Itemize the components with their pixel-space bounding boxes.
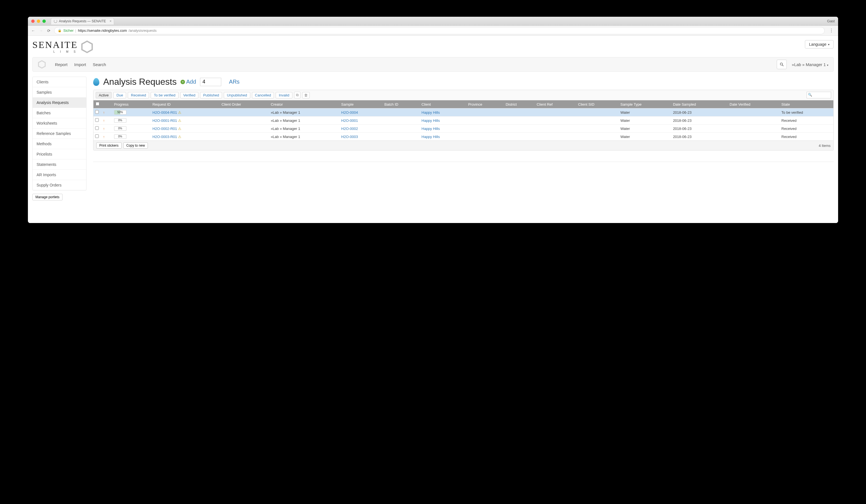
- add-link[interactable]: + Add: [180, 79, 196, 85]
- client-link[interactable]: Happy Hills: [422, 127, 440, 131]
- sidebar-item-ar-imports[interactable]: AR Imports: [33, 170, 86, 180]
- filter-cancelled[interactable]: Cancelled: [252, 92, 274, 99]
- sidebar-item-batches[interactable]: Batches: [33, 108, 86, 118]
- sidebar-item-worksheets[interactable]: Worksheets: [33, 118, 86, 128]
- col-client-order[interactable]: Client Order: [220, 100, 269, 108]
- col-request-id[interactable]: Request ID: [151, 100, 220, 108]
- copy-to-new-button[interactable]: Copy to new: [123, 142, 148, 149]
- nav-import[interactable]: Import: [74, 62, 86, 67]
- cell-district: [504, 108, 535, 116]
- col-district[interactable]: District: [504, 100, 535, 108]
- row-checkbox[interactable]: [95, 110, 99, 114]
- cell-creator: »Lab » Manager 1: [269, 125, 340, 133]
- language-dropdown[interactable]: Language ▾: [805, 40, 834, 48]
- table-search[interactable]: 🔍: [807, 92, 831, 99]
- window-maximize-button[interactable]: [42, 20, 46, 23]
- sidebar-item-pricelists[interactable]: Pricelists: [33, 149, 86, 159]
- col-state[interactable]: State: [780, 100, 833, 108]
- filter-published[interactable]: Published: [200, 92, 222, 99]
- request-id-link[interactable]: H2O-0004-R01: [152, 111, 177, 115]
- col-client-sid[interactable]: Client SID: [576, 100, 619, 108]
- col-date-verified[interactable]: Date Verified: [728, 100, 780, 108]
- request-id-link[interactable]: H2O-0003-R01: [152, 135, 177, 139]
- filter-unpublished[interactable]: Unpublished: [224, 92, 250, 99]
- nav-reload-button[interactable]: ⟳: [46, 28, 51, 33]
- add-count-input[interactable]: [200, 78, 221, 86]
- browser-tab[interactable]: Analysis Requests — SENAITE ×: [51, 18, 114, 24]
- sample-link[interactable]: H2O-0002: [341, 127, 358, 131]
- svg-marker-0: [82, 41, 92, 52]
- table-search-input[interactable]: [813, 92, 830, 98]
- filter-verified[interactable]: Verified: [180, 92, 198, 99]
- sample-link[interactable]: H2O-0003: [341, 135, 358, 139]
- secure-label: Sicher: [63, 28, 74, 33]
- cell-client-ref: [535, 108, 577, 116]
- tab-close-icon[interactable]: ×: [110, 19, 112, 23]
- filter-due[interactable]: Due: [113, 92, 126, 99]
- col-batch-id[interactable]: Batch ID: [383, 100, 420, 108]
- col-c0[interactable]: [93, 100, 101, 108]
- nav-back-button[interactable]: ←: [31, 28, 36, 33]
- sidebar-item-reference-samples[interactable]: Reference Samples: [33, 128, 86, 139]
- sample-link[interactable]: H2O-0001: [341, 118, 358, 123]
- sidebar-item-analysis-requests[interactable]: Analysis Requests: [33, 98, 86, 108]
- client-link[interactable]: Happy Hills: [422, 135, 440, 139]
- sidebar-item-methods[interactable]: Methods: [33, 139, 86, 149]
- browser-menu-icon[interactable]: ⋮: [828, 28, 835, 33]
- copy-icon[interactable]: ⧉: [294, 92, 300, 99]
- row-checkbox[interactable]: [95, 118, 99, 122]
- sample-link[interactable]: H2O-0004: [341, 111, 358, 115]
- search-icon: [779, 62, 784, 67]
- sidebar-item-statements[interactable]: Statements: [33, 159, 86, 170]
- col-creator[interactable]: Creator: [269, 100, 340, 108]
- manage-portlets-button[interactable]: Manage portlets: [32, 194, 63, 201]
- cell-batch-id: [383, 125, 420, 133]
- lock-icon: 🔒: [58, 29, 62, 32]
- request-id-link[interactable]: H2O-0001-R01: [152, 118, 177, 123]
- col-progress[interactable]: Progress: [112, 100, 151, 108]
- filter-active[interactable]: Active: [96, 92, 112, 99]
- col-sample-type[interactable]: Sample Type: [619, 100, 671, 108]
- sidebar-item-samples[interactable]: Samples: [33, 87, 86, 98]
- nav-search[interactable]: Search: [93, 62, 106, 67]
- col-province[interactable]: Province: [466, 100, 504, 108]
- cell-sample-type: Water: [619, 125, 671, 133]
- nav-forward-button[interactable]: →: [38, 28, 44, 33]
- search-button[interactable]: [777, 60, 787, 69]
- window-minimize-button[interactable]: [37, 20, 40, 23]
- cell-date-verified: [728, 116, 780, 125]
- col-sample[interactable]: Sample: [340, 100, 383, 108]
- window-close-button[interactable]: [31, 20, 35, 23]
- logo[interactable]: SENAITE L I M S: [32, 40, 93, 53]
- window-controls: [31, 20, 46, 23]
- client-link[interactable]: Happy Hills: [422, 111, 440, 115]
- select-all-checkbox[interactable]: [96, 102, 99, 106]
- cell-date-sampled: 2018-06-23: [671, 125, 728, 133]
- filter-to-be-verified[interactable]: To be verified: [151, 92, 178, 99]
- analysis-requests-table: ProgressRequest IDClient OrderCreatorSam…: [93, 100, 833, 140]
- cell-state: Received: [780, 116, 833, 125]
- request-id-link[interactable]: H2O-0002-R01: [152, 127, 177, 131]
- filter-received[interactable]: Received: [128, 92, 149, 99]
- browser-profile[interactable]: Gast: [827, 19, 835, 23]
- row-checkbox[interactable]: [95, 126, 99, 130]
- col-c1[interactable]: [101, 100, 112, 108]
- cell-priority: ↑: [101, 125, 112, 133]
- sidebar-item-clients[interactable]: Clients: [33, 77, 86, 87]
- col-client-ref[interactable]: Client Ref: [535, 100, 577, 108]
- col-date-sampled[interactable]: Date Sampled: [671, 100, 728, 108]
- user-dropdown[interactable]: »Lab » Manager 1 ▾: [792, 62, 828, 67]
- filter-invalid[interactable]: Invalid: [276, 92, 292, 99]
- nav-report[interactable]: Report: [55, 62, 67, 67]
- browser-window: Analysis Requests — SENAITE × Gast ← → ⟳…: [28, 17, 838, 223]
- ars-link[interactable]: ARs: [229, 79, 240, 85]
- nav-hexagon-icon[interactable]: [38, 60, 46, 69]
- header: SENAITE L I M S Language ▾: [32, 40, 834, 53]
- trash-icon[interactable]: 🗑: [302, 92, 310, 99]
- client-link[interactable]: Happy Hills: [422, 118, 440, 123]
- col-client[interactable]: Client: [420, 100, 466, 108]
- url-field[interactable]: 🔒 Sicher | https://senaite.ridingbytes.c…: [54, 27, 825, 34]
- print-stickers-button[interactable]: Print stickers: [96, 142, 122, 149]
- sidebar-item-supply-orders[interactable]: Supply Orders: [33, 180, 86, 190]
- row-checkbox[interactable]: [95, 134, 99, 138]
